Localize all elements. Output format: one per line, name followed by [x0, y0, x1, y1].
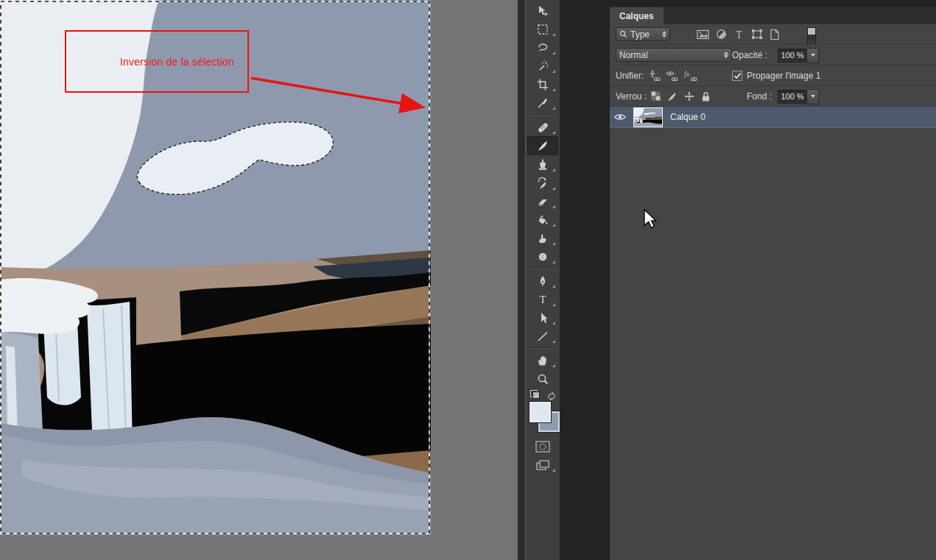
eye-icon	[614, 113, 626, 121]
propagate-label: Propager l'image 1	[747, 71, 820, 81]
lock-label: Verrou :	[616, 91, 647, 102]
rectangular-marquee-tool[interactable]	[528, 20, 557, 38]
quick-mask-icon[interactable]	[528, 437, 557, 456]
unify-effects-icon[interactable]: fx	[683, 70, 697, 82]
filter-toggle-icon[interactable]	[807, 27, 816, 43]
paint-bucket-tool[interactable]	[528, 210, 557, 229]
svg-text:T: T	[736, 29, 742, 40]
type-layer-filter-icon[interactable]: T	[733, 29, 745, 40]
combo-spinner-icon	[658, 31, 666, 38]
filter-icon-group: T	[697, 29, 780, 40]
hand-tool[interactable]	[528, 351, 557, 369]
zoom-tool[interactable]	[528, 369, 557, 388]
propagate-group: Propager l'image 1	[732, 65, 820, 86]
spot-healing-brush-tool[interactable]	[528, 118, 557, 136]
lock-icon-group	[651, 91, 711, 102]
opacity-group: Opacité :	[732, 45, 767, 65]
layer-visibility-toggle[interactable]	[610, 107, 631, 127]
layer-name[interactable]: Calque 0	[670, 112, 705, 122]
lock-transparency-icon[interactable]	[651, 91, 661, 101]
unify-visibility-icon[interactable]	[666, 70, 678, 82]
unify-position-icon[interactable]	[648, 70, 661, 82]
opacity-value[interactable]: 100 %	[778, 49, 807, 63]
path-selection-tool[interactable]	[528, 308, 557, 327]
toolbar-separator	[529, 268, 556, 269]
toolbar-separator	[529, 347, 556, 349]
opacity-control: 100 %	[778, 45, 819, 65]
layers-panel: Calques Type T	[610, 7, 936, 560]
type-tool[interactable]: T	[528, 290, 557, 308]
smart-object-filter-icon[interactable]	[770, 29, 780, 40]
filter-type-label: Type	[630, 29, 650, 40]
blend-mode-value: Normal	[619, 50, 648, 60]
pixel-layer-filter-icon[interactable]	[697, 29, 709, 40]
screen-mode-icon[interactable]	[528, 456, 557, 474]
dodge-tool[interactable]	[528, 247, 557, 266]
fill-control: 100 %	[778, 86, 819, 107]
dock-divider	[518, 0, 525, 560]
magic-wand-tool[interactable]	[528, 57, 557, 75]
document-area[interactable]: Inversion de la sélection	[0, 0, 518, 560]
opacity-label: Opacité :	[732, 50, 767, 60]
annotation-label: Inversion de la sélection	[120, 56, 234, 68]
line-tool[interactable]	[528, 327, 557, 345]
smudge-tool[interactable]	[528, 229, 557, 247]
tab-calques[interactable]: Calques	[610, 7, 664, 24]
blend-mode-select[interactable]: Normal	[616, 48, 732, 62]
lasso-tool[interactable]	[528, 38, 557, 57]
panel-tab-bar: Calques	[610, 7, 936, 24]
fill-group: Fond :	[747, 86, 772, 107]
opacity-dropdown-icon[interactable]	[807, 48, 819, 63]
fill-value[interactable]: 100 %	[778, 90, 807, 104]
lock-position-icon[interactable]	[684, 91, 694, 102]
adjustment-layer-filter-icon[interactable]	[716, 29, 727, 40]
check-icon	[733, 72, 742, 79]
search-icon	[619, 30, 627, 38]
brush-tool[interactable]	[527, 136, 558, 155]
unify-row: Unifier: fx Propager l'image 1	[610, 65, 936, 86]
eraser-tool[interactable]	[528, 192, 557, 210]
svg-text:fx: fx	[684, 70, 690, 78]
eyedropper-tool[interactable]	[528, 93, 557, 112]
toolbar-separator	[529, 114, 556, 116]
fill-dropdown-icon[interactable]	[807, 89, 819, 104]
shape-layer-filter-icon[interactable]	[751, 29, 763, 40]
filter-type-combo[interactable]: Type	[616, 27, 670, 41]
lock-row: Verrou : Fond : 100 %	[610, 86, 936, 107]
unify-label: Unifier:	[616, 71, 644, 81]
propagate-checkbox[interactable]	[732, 71, 742, 81]
layer-thumbnail[interactable]	[633, 107, 663, 127]
move-tool[interactable]	[528, 1, 557, 20]
unify-icon-group: fx	[648, 70, 697, 82]
svg-text:T: T	[539, 294, 546, 305]
color-controls	[527, 390, 559, 437]
clone-stamp-tool[interactable]	[528, 155, 557, 174]
combo-spinner-icon	[719, 52, 728, 58]
mouse-cursor	[644, 209, 660, 231]
annotation-arrow	[245, 69, 435, 116]
crop-tool[interactable]	[528, 75, 557, 93]
layer-filter-row: Type T	[610, 24, 936, 45]
annotation-box: Inversion de la sélection	[65, 30, 249, 93]
blend-mode-row: Normal Opacité : 100 %	[610, 45, 936, 65]
foreground-color-swatch[interactable]	[529, 402, 551, 422]
pen-tool[interactable]	[528, 272, 557, 290]
tools-panel: T	[525, 0, 560, 560]
panel-dock-background: Calques Type T	[560, 0, 936, 560]
lock-image-icon[interactable]	[667, 91, 678, 102]
history-brush-tool[interactable]	[528, 174, 557, 192]
photoshop-window: Inversion de la sélection	[0, 0, 936, 560]
canvas[interactable]: Inversion de la sélection	[0, 0, 431, 535]
fill-label: Fond :	[747, 91, 772, 102]
layer-row[interactable]: Calque 0	[610, 107, 936, 128]
lock-all-icon[interactable]	[701, 91, 711, 102]
default-colors-icon[interactable]	[530, 390, 540, 399]
